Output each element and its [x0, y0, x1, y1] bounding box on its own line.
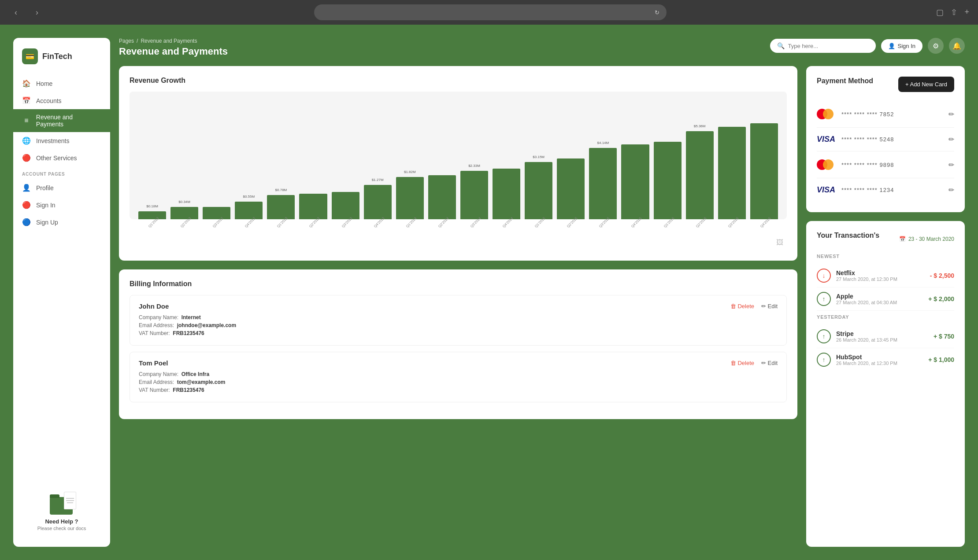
bar-value-label: $5.36M	[694, 124, 706, 128]
bar-value-label: $4.14M	[597, 141, 609, 145]
edit-card-button[interactable]: ✏	[948, 161, 954, 169]
bar-value-label: $0.18M	[146, 204, 158, 208]
window-icon[interactable]: ▢	[936, 7, 944, 17]
help-illustration	[46, 484, 77, 515]
investments-icon: 🌐	[22, 136, 31, 145]
sidebar-label-investments: Investments	[36, 137, 69, 144]
notifications-button[interactable]: 🔔	[949, 38, 965, 54]
profile-icon: 👤	[22, 184, 31, 192]
sidebar-item-profile[interactable]: 👤 Profile	[13, 179, 110, 196]
payment-item: VISA **** **** **** 5248 ✏	[817, 128, 954, 151]
sidebar-item-accounts[interactable]: 📅 Accounts	[13, 92, 110, 109]
transaction-name: Stripe	[836, 330, 897, 337]
sidebar-item-other[interactable]: 🔴 Other Services	[13, 149, 110, 166]
header-actions: 🔍 👤 Sign In ⚙ 🔔	[770, 38, 965, 54]
chart-bar-group	[750, 123, 778, 219]
sidebar-item-revenue[interactable]: ≡ Revenue and Payments	[13, 109, 110, 132]
breadcrumb: Pages / Revenue and Payments	[119, 38, 228, 44]
url-bar[interactable]: ↻	[314, 4, 667, 20]
page-title-section: Pages / Revenue and Payments Revenue and…	[119, 38, 228, 57]
billing-title: Billing Information	[130, 280, 787, 288]
edit-button[interactable]: ✏ Edit	[761, 360, 778, 366]
transaction-icon: ↑	[817, 353, 831, 367]
transaction-left: ↑ HubSpot 26 March 2020, at 12:30 PM	[817, 353, 897, 367]
transaction-left: ↓ Netflix 27 March 2020, at 12:30 PM	[817, 269, 897, 283]
app-wrapper: 💳 FinTech 🏠 Home 📅 Accounts ≡ Revenue an…	[0, 25, 978, 560]
back-button[interactable]: ‹	[9, 5, 23, 19]
billing-actions: 🗑 Delete ✏ Edit	[730, 303, 778, 309]
payment-method-card: Payment Method + Add New Card **** **** …	[806, 66, 965, 212]
add-tab-icon[interactable]: +	[964, 7, 969, 17]
transaction-amount: + $ 750	[934, 333, 954, 340]
home-icon: 🏠	[22, 79, 31, 88]
transaction-info: Stripe 26 March 2020, at 13:45 PM	[836, 330, 897, 343]
sidebar-item-signup[interactable]: 🔵 Sign Up	[13, 214, 110, 231]
sidebar-label-home: Home	[36, 80, 52, 87]
payment-item-left: VISA **** **** **** 5248	[817, 135, 894, 144]
chart-bar-group	[557, 158, 585, 219]
chart-bar-group: $5.36M	[686, 131, 714, 219]
settings-icon: ⚙	[933, 42, 939, 50]
revenue-icon: ≡	[22, 117, 31, 125]
chart-bar-group	[654, 142, 682, 219]
transaction-item: ↑ Apple 27 March 2020, at 04:30 AM + $ 2…	[817, 287, 954, 311]
search-input[interactable]	[788, 43, 869, 49]
signin-button[interactable]: 👤 Sign In	[881, 39, 922, 53]
search-bar[interactable]: 🔍	[770, 39, 876, 53]
logo-text: FinTech	[42, 52, 72, 61]
sidebar-label-revenue: Revenue and Payments	[36, 114, 101, 128]
transaction-item: ↓ Netflix 27 March 2020, at 12:30 PM - $…	[817, 264, 954, 287]
billing-name: John Doe	[139, 302, 169, 310]
transaction-date: 26 March 2020, at 13:45 PM	[836, 337, 897, 343]
payment-item-left: VISA **** **** **** 1234	[817, 185, 894, 195]
edit-card-button[interactable]: ✏	[948, 110, 954, 118]
visa-logo: VISA	[817, 185, 836, 195]
billing-entry-header: Tom Poel 🗑 Delete ✏ Edit	[139, 359, 778, 367]
forward-button[interactable]: ›	[30, 5, 44, 19]
sidebar-item-signin[interactable]: 🔴 Sign In	[13, 196, 110, 214]
chart-bar	[621, 144, 649, 219]
chart-bar	[718, 127, 746, 219]
transaction-date: 26 March 2020, at 12:30 PM	[836, 361, 897, 366]
search-icon: 🔍	[777, 42, 785, 49]
sidebar-item-investments[interactable]: 🌐 Investments	[13, 132, 110, 149]
billing-card: Billing Information John Doe 🗑 Delete ✏ …	[119, 269, 797, 419]
bar-value-label: $0.34M	[178, 200, 190, 204]
sidebar-item-home[interactable]: 🏠 Home	[13, 75, 110, 92]
billing-entry: John Doe 🗑 Delete ✏ Edit Company Name: I…	[130, 295, 787, 346]
chart-bar-group: $3.15M	[525, 162, 552, 219]
delete-button[interactable]: 🗑 Delete	[730, 360, 754, 366]
edit-card-button[interactable]: ✏	[948, 186, 954, 194]
reload-icon[interactable]: ↻	[655, 9, 659, 16]
breadcrumb-root: Pages	[119, 38, 134, 44]
settings-button[interactable]: ⚙	[928, 38, 944, 54]
share-icon[interactable]: ⇧	[951, 7, 957, 17]
bar-value-label: $1.27M	[372, 178, 384, 182]
transaction-name: HubSpot	[836, 354, 897, 361]
transactions-header: Your Transaction's 📅 23 - 30 March 2020	[817, 232, 954, 247]
user-icon: 👤	[888, 43, 895, 49]
transactions-title: Your Transaction's	[817, 232, 879, 239]
right-panel: Payment Method + Add New Card **** **** …	[806, 66, 965, 547]
content-grid: Revenue Growth $0.18M$0.34M$0.55M$0.78M$…	[119, 66, 965, 547]
add-card-button[interactable]: + Add New Card	[898, 77, 954, 92]
chart-bar	[557, 158, 585, 219]
chart-bar	[654, 142, 682, 219]
transaction-name: Netflix	[836, 269, 897, 276]
date-range-text: 23 - 30 March 2020	[908, 236, 954, 242]
edit-card-button[interactable]: ✏	[948, 135, 954, 144]
sidebar-label-signup: Sign Up	[36, 219, 58, 226]
payment-header: Payment Method + Add New Card	[817, 77, 954, 92]
main-content: Pages / Revenue and Payments Revenue and…	[110, 38, 965, 547]
sidebar-label-accounts: Accounts	[36, 97, 62, 104]
sidebar: 💳 FinTech 🏠 Home 📅 Accounts ≡ Revenue an…	[13, 38, 110, 547]
left-panel: Revenue Growth $0.18M$0.34M$0.55M$0.78M$…	[119, 66, 797, 547]
bar-value-label: $2.33M	[468, 164, 480, 168]
delete-button[interactable]: 🗑 Delete	[730, 303, 754, 309]
transaction-left: ↑ Apple 27 March 2020, at 04:30 AM	[817, 292, 897, 306]
edit-button[interactable]: ✏ Edit	[761, 303, 778, 309]
transaction-info: Apple 27 March 2020, at 04:30 AM	[836, 293, 897, 305]
chart-bar-group: $4.14M	[589, 148, 617, 219]
transaction-icon: ↑	[817, 292, 831, 306]
transaction-icon: ↓	[817, 269, 831, 283]
